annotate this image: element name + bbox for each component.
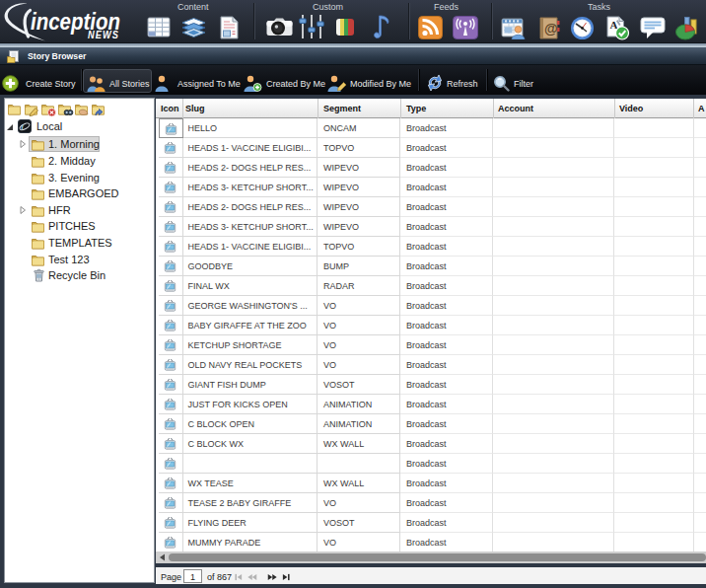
svg-text:NEWS: NEWS: [88, 30, 119, 40]
svg-text:@: @: [544, 21, 558, 37]
svg-text:A: A: [610, 19, 618, 31]
